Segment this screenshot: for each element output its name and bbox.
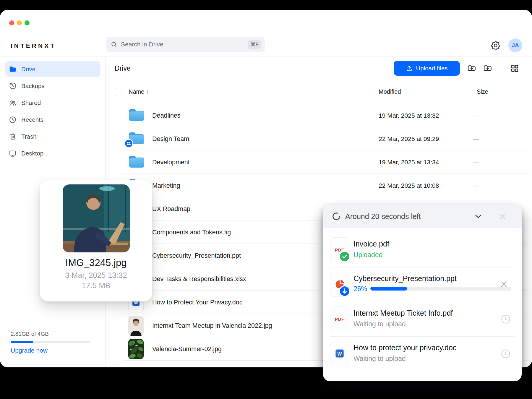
- folder-icon: [128, 108, 145, 123]
- table-row[interactable]: Development 19 Mar, 2025 at 13:34 —: [106, 150, 532, 174]
- file-name: How to Protect Your Privacy.doc: [152, 299, 243, 306]
- search-input[interactable]: Search in Drive ⌘F: [106, 37, 265, 52]
- preview-date: 3 Mar, 2025 13:32: [40, 271, 152, 280]
- minimize-window-button[interactable]: [17, 20, 22, 25]
- table-row[interactable]: Design Team 22 Mar, 2025 at 09:29 —: [106, 127, 532, 150]
- close-window-button[interactable]: [9, 20, 14, 25]
- upload-status: Uploaded: [353, 251, 382, 259]
- cancel-upload-button[interactable]: [499, 280, 509, 289]
- backups-history-icon: [9, 82, 17, 90]
- upgrade-now-link[interactable]: Upgrade now: [11, 347, 93, 354]
- shared-badge-icon: [124, 139, 133, 148]
- folder-plus-icon: [483, 64, 492, 73]
- collapse-panel-button[interactable]: [474, 212, 483, 221]
- upload-item: W How to protect your privacy.doc Waitin…: [323, 336, 522, 371]
- preview-photo: [63, 184, 130, 252]
- uploaded-check-badge: [339, 251, 350, 262]
- file-modified: 19 Mar, 2025 at 13:32: [379, 112, 439, 119]
- file-name: Development: [152, 158, 190, 166]
- upload-item: PDF Invoice.pdf Uploaded: [323, 233, 522, 267]
- internxt-logo: INTERNXT: [11, 42, 56, 49]
- upload-folder-button[interactable]: [467, 64, 476, 73]
- sidebar-item-label: Backups: [21, 82, 45, 90]
- pdf-file-icon: PDF: [330, 306, 349, 331]
- select-all-checkbox[interactable]: [115, 88, 123, 96]
- avatar[interactable]: JA: [508, 38, 522, 52]
- close-icon: [499, 280, 509, 289]
- trash-icon: [9, 133, 17, 140]
- storage-widget: 2.81GB of 4GB Upgrade now: [11, 331, 93, 354]
- sidebar-item-label: Desktop: [21, 150, 43, 157]
- file-modified: 22 Mar, 2025 at 09:29: [379, 135, 439, 142]
- toolbar-divider: [501, 63, 501, 73]
- desktop-monitor-icon: [9, 150, 17, 157]
- shared-people-icon: [9, 99, 17, 107]
- upload-progress-panel: Around 20 seconds left PDF Invoice.pdf U…: [323, 205, 522, 381]
- drive-folder-icon: [9, 65, 17, 73]
- search-shortcut-badge: ⌘F: [248, 40, 261, 49]
- column-header-modified: Modified: [379, 88, 401, 95]
- preview-filename: IMG_3245.jpg: [40, 257, 152, 268]
- upload-file-name: Invoice.pdf: [353, 240, 389, 248]
- settings-button[interactable]: [491, 40, 501, 51]
- file-size: —: [473, 135, 479, 142]
- sidebar-item-trash[interactable]: Trash: [5, 128, 100, 145]
- sidebar-item-shared[interactable]: Shared: [5, 95, 100, 111]
- upload-percent: 26%: [353, 285, 367, 293]
- clock-icon: [9, 116, 17, 124]
- sidebar-item-recents[interactable]: Recents: [5, 111, 100, 128]
- table-header-divider: [122, 101, 531, 101]
- close-icon: [498, 212, 507, 221]
- upload-status: Waiting to upload: [353, 355, 406, 363]
- page-title: Drive: [115, 64, 131, 72]
- file-name: Dev Tasks & Responsibilities.xlsx: [152, 275, 246, 283]
- photo-thumbnail-portrait: [128, 316, 144, 336]
- upload-file-name: Cybersecurity_Presentation.ppt: [353, 274, 457, 283]
- close-panel-button[interactable]: [498, 212, 507, 221]
- upload-files-button[interactable]: Upload files: [394, 61, 460, 76]
- upload-item: Cybersecurity_Presentation.ppt 26%: [323, 267, 522, 301]
- shared-folder-icon: [128, 132, 145, 146]
- avatar-initials: JA: [512, 42, 519, 49]
- folder-upload-icon: [467, 64, 476, 73]
- sort-ascending-arrow: ↑: [146, 89, 149, 95]
- upload-time-remaining: Around 20 seconds left: [345, 212, 421, 221]
- folder-icon: [128, 155, 145, 170]
- column-header-name[interactable]: Name↑: [129, 88, 149, 95]
- upload-progress-fill: [370, 287, 407, 291]
- upload-files-label: Upload files: [416, 65, 447, 72]
- preview-size: 17.5 MB: [40, 281, 152, 290]
- window-controls: [9, 20, 30, 25]
- search-icon: [111, 41, 117, 48]
- file-size: —: [473, 159, 479, 166]
- waiting-clock-icon: [500, 314, 511, 325]
- sidebar-item-label: Trash: [21, 133, 37, 140]
- sidebar-item-desktop[interactable]: Desktop: [5, 145, 100, 161]
- gear-icon: [491, 40, 501, 51]
- upload-icon: [406, 65, 413, 72]
- sidebar-item-drive[interactable]: Drive: [5, 61, 100, 77]
- table-row[interactable]: Marketing 22 Mar, 2025 at 10:08 —: [106, 174, 532, 197]
- upload-items: PDF Invoice.pdf Uploaded Cybersecurity_P…: [323, 228, 522, 371]
- uploading-arrow-badge: [339, 286, 350, 297]
- new-folder-button[interactable]: [483, 64, 492, 73]
- doc-file-icon: W: [330, 341, 349, 366]
- file-name: Design Team: [152, 135, 189, 142]
- svg-text:W: W: [338, 351, 342, 356]
- file-modified: 22 Mar, 2025 at 10:08: [379, 182, 439, 189]
- file-preview-card: IMG_3245.jpg 3 Mar, 2025 13:32 17.5 MB: [40, 180, 152, 301]
- sidebar-item-backups[interactable]: Backups: [5, 78, 100, 94]
- grid-view-button[interactable]: [510, 64, 519, 73]
- file-modified: 19 Mar, 2025 at 13:34: [379, 159, 439, 166]
- upload-status: Waiting to upload: [353, 320, 406, 328]
- storage-progress-fill: [11, 341, 33, 343]
- chevron-down-icon: [474, 212, 483, 221]
- search-placeholder: Search in Drive: [121, 41, 248, 48]
- upload-item: PDF Internxt Meetup Ticket Info.pdf Wait…: [323, 301, 522, 336]
- sidebar-item-label: Recents: [21, 116, 43, 123]
- grid-view-icon: [510, 64, 519, 73]
- table-header: Name↑ Modified Size: [106, 86, 532, 101]
- maximize-window-button[interactable]: [25, 20, 30, 25]
- table-row[interactable]: Deadlines 19 Mar, 2025 at 13:32 —: [106, 104, 532, 127]
- file-size: —: [473, 182, 479, 189]
